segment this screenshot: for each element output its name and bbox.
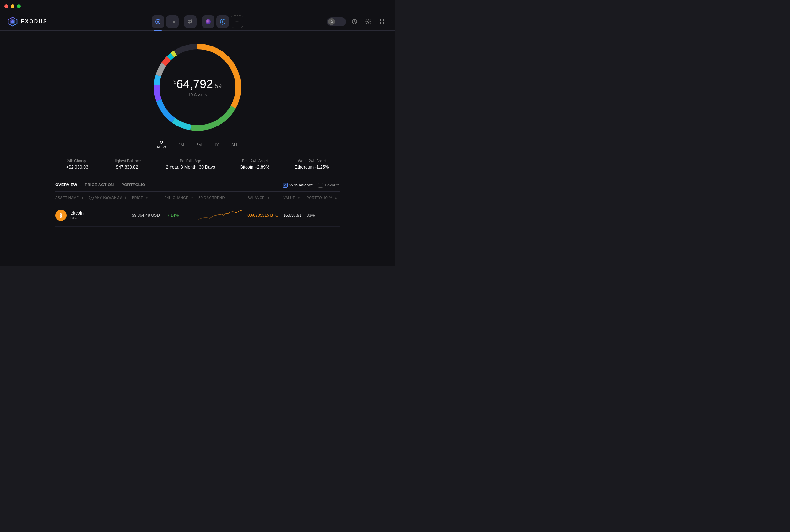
traffic-light-green[interactable] xyxy=(17,4,21,8)
nav-center: + xyxy=(152,15,243,28)
stat-value-worst: Ethereum -1,25% xyxy=(295,165,329,170)
svg-rect-15 xyxy=(383,19,384,21)
history-button[interactable] xyxy=(349,16,360,27)
timeline-label-all[interactable]: ALL xyxy=(231,143,238,147)
stat-value-24h: +$2,930.03 xyxy=(66,165,88,170)
sort-icon-portfolio: ⬇ xyxy=(335,196,338,200)
stat-label-highest: Highest Balance xyxy=(113,159,141,163)
timeline-label-6m[interactable]: 6M xyxy=(196,143,202,147)
td-trend xyxy=(196,204,245,227)
stat-label-24h: 24h Change xyxy=(66,159,88,163)
grid-button[interactable] xyxy=(377,16,388,27)
td-asset-identity: ₿ Bitcoin BTC xyxy=(55,204,87,227)
th-balance[interactable]: BALANCE ⬆ xyxy=(245,192,281,204)
logo-text: EXODUS xyxy=(21,19,48,24)
btc-balance: 0.60205315 BTC xyxy=(247,213,278,217)
sort-icon-asset: ⬆ xyxy=(81,196,84,200)
timeline-now: NOW xyxy=(157,140,166,149)
stat-value-best: Bitcoin +2.89% xyxy=(240,165,270,170)
timeline-label-1y[interactable]: 1Y xyxy=(214,143,219,147)
checkbox-with-balance: ✓ xyxy=(283,183,288,188)
stat-highest-balance: Highest Balance $47,839.82 xyxy=(113,159,141,170)
svg-rect-14 xyxy=(380,19,381,21)
stat-value-highest: $47,839.82 xyxy=(113,165,141,170)
tabs-row: OVERVIEW PRICE ACTION PORTFOLIO ✓ With b… xyxy=(55,177,340,192)
nav-nft-button[interactable] xyxy=(202,15,214,28)
table-row[interactable]: ₿ Bitcoin BTC $9, xyxy=(55,204,340,227)
table-header-row: ASSET NAME ⬆ ?APY REWARDS ⬆ PRICE ⬆ 24H … xyxy=(55,192,340,204)
th-price[interactable]: PRICE ⬆ xyxy=(129,192,162,204)
svg-rect-17 xyxy=(383,22,384,24)
td-apy xyxy=(87,204,129,227)
filter-favorite-label: Favorite xyxy=(325,183,340,187)
timeline-label-now[interactable]: NOW xyxy=(157,145,166,149)
btc-ticker: BTC xyxy=(70,216,83,220)
tab-overview[interactable]: OVERVIEW xyxy=(55,182,77,191)
tab-portfolio[interactable]: PORTFOLIO xyxy=(121,182,145,191)
nav-add-button[interactable]: + xyxy=(231,15,243,28)
stat-label-age: Portfolio Age xyxy=(166,159,215,163)
stat-24h-change: 24h Change +$2,930.03 xyxy=(66,159,88,170)
nav-portfolio-button[interactable] xyxy=(152,15,164,28)
btc-name-block: Bitcoin BTC xyxy=(70,211,83,220)
titlebar xyxy=(0,0,395,13)
lock-toggle[interactable] xyxy=(327,17,346,26)
svg-point-13 xyxy=(368,21,369,22)
td-price: $9,364.48 USD xyxy=(129,204,162,227)
portfolio-section: $64,792.59 10 Assets NOW 1M 6M 1Y ALL 24… xyxy=(0,31,395,227)
asset-table: ASSET NAME ⬆ ?APY REWARDS ⬆ PRICE ⬆ 24H … xyxy=(55,192,340,227)
th-portfolio-pct[interactable]: PORTFOLIO % ⬇ xyxy=(304,192,340,204)
btc-price: $9,364.48 USD xyxy=(132,213,160,217)
stat-value-age: 2 Year, 3 Month, 30 Days xyxy=(166,165,215,170)
td-balance: 0.60205315 BTC xyxy=(245,204,281,227)
timeline-label-1m[interactable]: 1M xyxy=(178,143,184,147)
btc-change: +7.14% xyxy=(165,213,178,217)
th-24h-change[interactable]: 24H CHANGE ⬆ xyxy=(162,192,196,204)
btc-name: Bitcoin xyxy=(70,211,83,216)
exodus-logo-icon xyxy=(7,17,18,27)
nav-shield-button[interactable] xyxy=(217,15,229,28)
nav-divider-1 xyxy=(181,17,182,26)
btc-coin-icon: ₿ xyxy=(55,210,67,221)
stat-best-24h: Best 24H Asset Bitcoin +2.89% xyxy=(240,159,270,170)
sort-icon-price: ⬆ xyxy=(146,196,149,200)
lock-knob xyxy=(328,18,335,25)
tabs-right-filters: ✓ With balance Favorite xyxy=(283,183,340,191)
donut-chart: $64,792.59 10 Assets xyxy=(147,37,248,137)
td-change: +7.14% xyxy=(162,204,196,227)
nav-right xyxy=(327,16,388,27)
th-30d-trend: 30 DAY TREND xyxy=(196,192,245,204)
timeline: NOW 1M 6M 1Y ALL xyxy=(157,140,238,153)
stat-worst-24h: Worst 24H Asset Ethereum -1,25% xyxy=(295,159,329,170)
filter-favorite[interactable]: Favorite xyxy=(318,183,340,188)
sort-icon-balance: ⬆ xyxy=(267,196,270,200)
settings-button[interactable] xyxy=(363,16,374,27)
table-header: ASSET NAME ⬆ ?APY REWARDS ⬆ PRICE ⬆ 24H … xyxy=(55,192,340,204)
svg-rect-11 xyxy=(331,22,333,23)
portfolio-assets-label: 10 Assets xyxy=(173,92,222,97)
logo-area: EXODUS xyxy=(7,17,48,27)
th-value[interactable]: VALUE ⬆ xyxy=(281,192,304,204)
table-body: ₿ Bitcoin BTC $9, xyxy=(55,204,340,227)
main-content: $64,792.59 10 Assets NOW 1M 6M 1Y ALL 24… xyxy=(0,31,395,266)
nav-exchange-button[interactable] xyxy=(184,15,196,28)
help-icon-apy[interactable]: ? xyxy=(89,195,94,200)
btc-value: $5,637.91 xyxy=(283,213,301,217)
traffic-light-yellow[interactable] xyxy=(11,4,15,8)
td-portfolio-pct: 33% xyxy=(304,204,340,227)
svg-point-4 xyxy=(157,21,159,23)
traffic-light-red[interactable] xyxy=(4,4,8,8)
sort-icon-change: ⬆ xyxy=(191,196,194,200)
th-asset-name[interactable]: ASSET NAME ⬆ xyxy=(55,192,87,204)
th-apy-rewards[interactable]: ?APY REWARDS ⬆ xyxy=(87,192,129,204)
sort-icon-apy: ⬆ xyxy=(124,196,127,199)
nav-wallet-button[interactable] xyxy=(166,15,178,28)
stats-row: 24h Change +$2,930.03 Highest Balance $4… xyxy=(0,153,395,177)
filter-with-balance[interactable]: ✓ With balance xyxy=(283,183,313,188)
nav-divider-2 xyxy=(199,17,200,26)
tab-price-action[interactable]: PRICE ACTION xyxy=(85,182,114,191)
timeline-dot xyxy=(160,140,163,144)
sort-icon-value: ⬆ xyxy=(298,196,300,200)
filter-with-balance-label: With balance xyxy=(289,183,313,187)
table-section: OVERVIEW PRICE ACTION PORTFOLIO ✓ With b… xyxy=(43,177,352,227)
